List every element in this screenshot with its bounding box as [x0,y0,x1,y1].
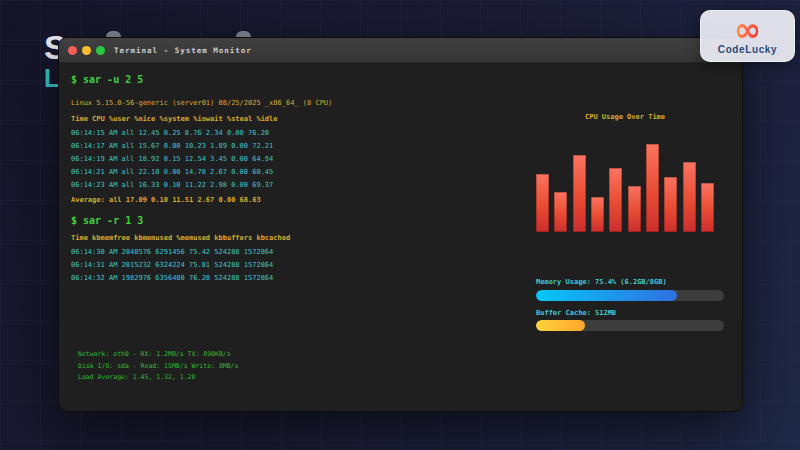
codelucky-badge: ∞ CodeLucky [700,10,795,62]
load-average-line: Load Average: 1.45, 1.32, 1.28 [78,372,401,384]
memory-table-header: Time kbmemfree kbmemused %memused kbbuff… [71,234,401,243]
memory-usage-label: Memory Usage: 75.4% (6.2GB/8GB) [536,278,667,286]
cpu-usage-bar [664,177,677,232]
memory-usage-fill [536,290,677,301]
cpu-usage-bar [573,155,586,232]
background-subheading-fragment: L [44,64,59,93]
codelucky-infinity-icon: ∞ [734,17,762,43]
command-sar-u: $ sar -u 2 5 [71,73,401,86]
cpu-usage-bar [683,162,696,232]
close-button[interactable] [68,46,77,55]
window-title: Terminal - System Monitor [114,46,252,55]
cpu-table-row: 06:14:19 AM all 18.92 0.15 12.54 3.45 0.… [71,153,401,166]
terminal-output-area: $ sar -u 2 5 Linux 5.15.0-56-generic (se… [71,73,401,384]
disk-stat-line: Disk I/O: sda - Read: 15MB/s Write: 8MB/… [78,361,401,373]
cpu-usage-bar [609,168,622,232]
command-sar-r: $ sar -r 1 3 [71,214,401,227]
chart-title: CPU Usage Over Time [536,113,714,121]
cpu-usage-bar [536,174,549,232]
cpu-usage-bar [628,186,641,232]
cpu-table-row: 06:14:17 AM all 15.67 0.00 10.23 1.89 0.… [71,140,401,153]
cpu-bar-chart [536,144,714,232]
cpu-table-row: 06:14:21 AM all 22.10 0.00 14.78 2.67 0.… [71,166,401,179]
memory-table-row: 06:14:31 AM 2015232 6324224 75.81 524288… [71,259,401,272]
network-stat-line: Network: eth0 - RX: 1.2MB/s TX: 890KB/s [78,349,401,361]
terminal-titlebar[interactable]: Terminal - System Monitor [59,38,742,63]
system-info-line: Linux 5.15.0-56-generic (server01) 08/25… [71,99,401,108]
memory-table-row: 06:14:30 AM 2048576 6291456 75.42 524288… [71,246,401,259]
cpu-usage-bar [591,197,604,232]
cpu-usage-bar [646,144,659,232]
cpu-average-row: Average: all 17.09 0.10 11.51 2.67 0.00 … [71,196,401,205]
buffer-cache-label: Buffer Cache: 512MB [536,309,616,317]
cpu-table-row: 06:14:15 AM all 12.45 0.25 8.76 2.34 0.0… [71,127,401,140]
codelucky-brand-text: CodeLucky [718,44,777,55]
minimize-button[interactable] [82,46,91,55]
cpu-table-header: Time CPU %user %nice %system %iowait %st… [71,115,401,124]
buffer-cache-bar [536,320,724,331]
terminal-window: Terminal - System Monitor $ sar -u 2 5 L… [58,37,743,412]
memory-table-row: 06:14:32 AM 1982976 6356480 76.20 524288… [71,272,401,285]
memory-usage-bar [536,290,724,301]
buffer-cache-fill [536,320,585,331]
cpu-usage-bar [701,183,714,232]
cpu-table-row: 06:14:23 AM all 16.33 0.10 11.22 2.98 0.… [71,179,401,192]
system-stats-block: Network: eth0 - RX: 1.2MB/s TX: 890KB/s … [71,349,401,384]
maximize-button[interactable] [96,46,105,55]
cpu-usage-bar [554,192,567,232]
